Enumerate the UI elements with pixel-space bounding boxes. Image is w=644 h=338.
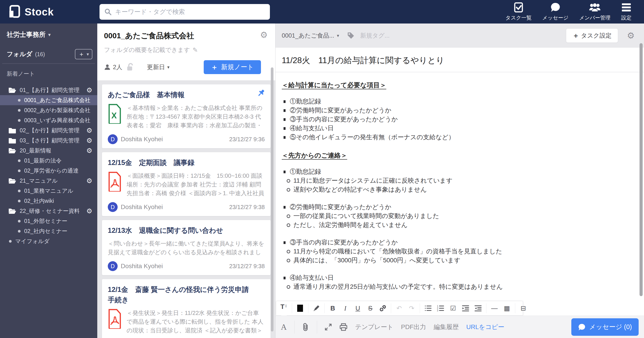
text-color-button[interactable] xyxy=(294,303,306,313)
nav-members-label: メンバー管理 xyxy=(579,14,610,21)
list-item: ③手当の内容に変更があったかどうか xyxy=(282,115,628,124)
bullet-dot-icon xyxy=(18,200,20,202)
sidebar-note-int-seminar[interactable]: 02_社内セミナー xyxy=(0,226,97,236)
checkbox-list-icon[interactable]: ☑ xyxy=(447,303,459,313)
attachment-paperclip-icon[interactable] xyxy=(302,323,309,331)
indent-icon[interactable] xyxy=(459,303,472,313)
folder-gear-icon[interactable]: ⚙ xyxy=(86,147,92,154)
sidebar-note-latest-law[interactable]: 01_最新の法令 xyxy=(0,156,97,166)
nav-members[interactable]: メンバー管理 xyxy=(579,2,610,21)
chevron-down-icon: ▾ xyxy=(48,32,50,37)
folder-gear-icon[interactable]: ⚙ xyxy=(86,137,92,144)
message-bubble-icon xyxy=(550,2,560,13)
font-button[interactable]: A xyxy=(281,322,287,332)
nav-settings[interactable]: 設定 xyxy=(621,2,632,21)
app-brand[interactable]: Stock xyxy=(0,5,97,19)
add-folder-button[interactable]: ＋ ▾ xyxy=(75,49,92,59)
horizontal-rule-button[interactable]: — xyxy=(488,303,501,313)
bullet-list-icon[interactable] xyxy=(422,303,434,313)
nav-task-list[interactable]: タスク一覧 xyxy=(506,2,532,21)
sub-list-item: 具体的には、「3000円」から「5000円」へ変更しています xyxy=(285,256,628,265)
note-author: Doshita Kyohei xyxy=(121,262,163,270)
numbered-list-icon[interactable]: 123 xyxy=(434,303,447,313)
task-settings-button[interactable]: ＋ タスク設定 xyxy=(566,29,618,43)
note-settings-gear-icon[interactable]: ⚙ xyxy=(627,31,634,40)
nav-messages[interactable]: メッセージ xyxy=(542,2,568,21)
list-item: ③手当の内容に変更があったかどうか xyxy=(282,238,628,247)
sidebar-item-new-notes[interactable]: 新着ノート xyxy=(0,69,97,79)
bullet-dot-icon xyxy=(9,240,12,243)
new-note-button[interactable]: ＋ 新規ノート xyxy=(204,60,261,74)
topbar: Stock タスク一覧 メッセージ xyxy=(0,0,644,24)
avatar: D xyxy=(108,202,118,212)
table-icon[interactable]: ▦ xyxy=(501,303,513,313)
sidebar-note-0002[interactable]: 0002_あがわ製薬株式会社 xyxy=(0,105,97,115)
editor-panel: 0001_あたご食品... ▾ 新規タグ... ＋ タスク設定 ⚙ 11/28火… xyxy=(276,24,644,338)
copy-url-button[interactable]: URLをコピー xyxy=(466,323,504,331)
sub-list-item: 通常通り月末の翌月25日が給与支払いの予定です。特に変更はありません xyxy=(285,282,628,291)
message-button[interactable]: メッセージ (0) xyxy=(571,318,639,336)
note-card-retirement-inquiry[interactable]: 12/13水 退職金に関する問い合わせ ＜問い合わせ＞長年一緒に働いてきた従業員… xyxy=(102,220,271,275)
sort-dropdown[interactable]: 更新日 ▾ xyxy=(147,63,170,71)
note-snippet: ＜発生状況＞発生日：11/22水 発生状況：かご台車で商品を運んでいる際に転倒し… xyxy=(126,309,265,335)
outdent-icon[interactable] xyxy=(472,303,484,313)
folder-settings-gear-icon[interactable]: ⚙ xyxy=(260,31,268,39)
excel-file-icon: X xyxy=(108,104,122,130)
folder-gear-icon[interactable]: ⚙ xyxy=(86,207,92,215)
bold-button[interactable]: B xyxy=(326,303,339,313)
highlighter-pen-icon[interactable] xyxy=(310,303,323,313)
sidebar-note-0001[interactable]: 0001_あたご食品株式会社 xyxy=(0,95,97,105)
note-card-meeting-minutes[interactable]: 12/15金 定期面談 議事録 ＜面談概要＞面談日時：12/15金 15:00~… xyxy=(102,152,271,216)
sidebar-note-0003[interactable]: 0003_いずみ興産株式会社 xyxy=(0,115,97,125)
strikethrough-button[interactable]: S xyxy=(364,303,376,313)
new-tag-input[interactable]: 新規タグ... xyxy=(360,32,390,40)
link-icon[interactable] xyxy=(376,303,389,313)
folder-gear-icon[interactable]: ⚙ xyxy=(86,177,92,185)
template-button[interactable]: テンプレート xyxy=(355,323,393,331)
print-icon[interactable] xyxy=(340,323,348,331)
note-author: Doshita Kyohei xyxy=(121,136,163,143)
unlocked-icon[interactable] xyxy=(126,63,134,71)
plus-icon: ＋ xyxy=(211,64,218,71)
sidebar-folder-02[interactable]: 02_【か行】顧問先管理 ⚙ xyxy=(0,125,97,135)
folder-gear-icon[interactable]: ⚙ xyxy=(86,127,92,134)
sidebar-note-wiki[interactable]: 02_社内wiki xyxy=(0,196,97,206)
sidebar-folder-01[interactable]: 01_【あ行】顧問先管理 ⚙ xyxy=(0,85,97,95)
sidebar-note-ext-seminar[interactable]: 01_外部セミナー xyxy=(0,216,97,226)
undo-button[interactable]: ↶ xyxy=(393,303,406,313)
folder-gear-icon[interactable]: ⚙ xyxy=(86,86,92,94)
section-heading: ＜先方からのご連絡＞ xyxy=(282,151,628,160)
svg-text:3: 3 xyxy=(437,309,438,311)
sidebar-folder-22[interactable]: 22_研修・セミナー資料 ⚙ xyxy=(0,206,97,216)
fullscreen-expand-icon[interactable] xyxy=(325,323,332,330)
redo-button[interactable]: ↷ xyxy=(406,303,418,313)
tag-icon xyxy=(347,32,355,40)
text-size-button[interactable]: T↕ xyxy=(278,303,290,313)
member-count[interactable]: 2人 xyxy=(104,63,122,71)
italic-button[interactable]: I xyxy=(339,303,352,313)
sidebar-note-manual[interactable]: 01_業務マニュアル xyxy=(0,186,97,196)
note-card-accident-claim[interactable]: 12/1金 斎藤 賢一さんの怪我に伴う労災申請手続き ＜発生状況＞発生日：11/… xyxy=(102,279,271,338)
note-title: あたご食品様 基本情報 xyxy=(108,90,265,100)
sidebar-note-mhlw[interactable]: 02_厚労省からの通達 xyxy=(0,166,97,176)
table-remove-icon[interactable]: ⊟ xyxy=(517,303,530,313)
sidebar-folder-21[interactable]: 21_マニュアル ⚙ xyxy=(0,176,97,186)
search-input[interactable] xyxy=(115,8,265,16)
underline-button[interactable]: U xyxy=(352,303,364,313)
workspace-switcher[interactable]: 社労士事務所 ▾ xyxy=(0,30,97,39)
note-card-basic-info[interactable]: あたご食品様 基本情報 X ＜基本情報＞企業名：あたご食品株式会社 事業所の所在… xyxy=(102,84,271,148)
sidebar-folder-20[interactable]: 20_最新情報 ⚙ xyxy=(0,146,97,156)
note-editor-body[interactable]: ＜給与計算に当たって必要な項目＞ ①勤怠記録 ②労働時間に変更があったかどうか … xyxy=(276,72,644,338)
note-list-scrollbar[interactable] xyxy=(271,67,274,331)
note-editor-title[interactable]: 11/28火 11月の給与計算に関するやりとり xyxy=(276,48,644,72)
sidebar-my-folder[interactable]: マイフォルダ xyxy=(0,236,97,246)
folder-breadcrumb[interactable]: 0001_あたご食品... ▾ xyxy=(282,32,339,40)
global-search[interactable] xyxy=(100,4,270,20)
edit-history-button[interactable]: 編集履歴 xyxy=(434,323,459,331)
pdf-export-button[interactable]: PDF出力 xyxy=(401,323,426,331)
edit-pencil-icon[interactable]: ✎ xyxy=(192,46,198,54)
pin-icon[interactable] xyxy=(257,89,266,99)
toolbar-separator xyxy=(420,303,420,313)
editor-scrollbar[interactable] xyxy=(640,43,643,296)
sidebar-folder-03[interactable]: 03_【さ行】顧問先管理 ⚙ xyxy=(0,135,97,146)
